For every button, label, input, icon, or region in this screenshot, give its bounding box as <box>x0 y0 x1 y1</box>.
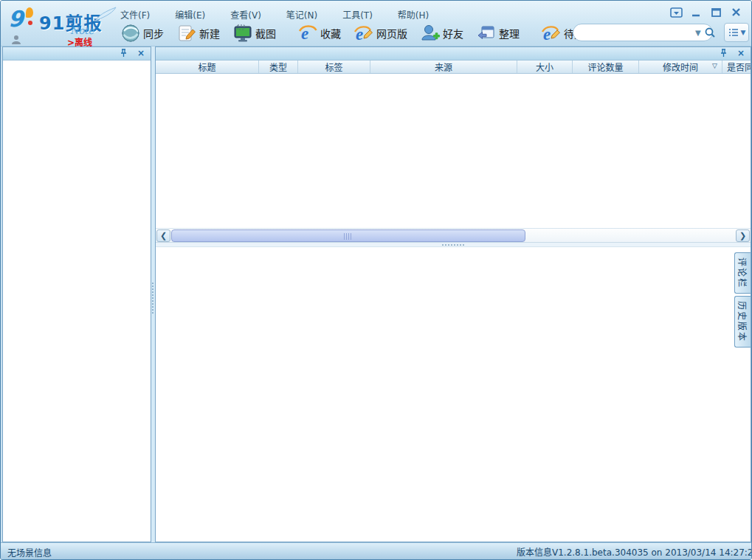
favorites-browser-icon: e <box>298 24 317 43</box>
column-modified-time-label: 修改时间 <box>663 61 698 73</box>
sync-label: 同步 <box>143 26 164 41</box>
tab-history[interactable]: 历史版本 <box>734 296 751 348</box>
column-size[interactable]: 大小 <box>517 61 573 73</box>
column-title[interactable]: 标题 <box>156 61 259 73</box>
logo-note-script: Note <box>70 25 94 36</box>
list-column-header: 标题 类型 标签 来源 大小 评论数量 修改时间 ▽ 是否同 <box>156 61 751 74</box>
column-type[interactable]: 类型 <box>259 61 298 73</box>
scene-panel-header: × <box>3 47 151 61</box>
new-note-label: 新建 <box>199 26 220 41</box>
new-note-icon <box>177 24 196 43</box>
menu-file[interactable]: 文件(F) <box>117 7 153 21</box>
screenshot-button[interactable]: 截图 <box>230 22 280 44</box>
friends-button[interactable]: 好友 <box>417 22 467 44</box>
search-input[interactable] <box>578 26 692 39</box>
topbar: 9 91剪报 Note >离线 文件(F) 编辑(E) 查看(V) 笔记(N) … <box>1 1 751 46</box>
organize-label: 整理 <box>499 26 520 41</box>
main-toolbar: 同步 新建 截图 e 收藏 e <box>117 22 588 44</box>
maximize-button[interactable] <box>709 7 722 18</box>
note-list-body <box>156 74 751 228</box>
close-panel-icon[interactable]: × <box>736 48 746 58</box>
splitter-grip <box>442 244 464 246</box>
app-window: 9 91剪报 Note >离线 文件(F) 编辑(E) 查看(V) 笔记(N) … <box>0 0 752 560</box>
screenshot-label: 截图 <box>255 26 276 41</box>
scroll-right-button[interactable]: ❯ <box>736 229 750 242</box>
scene-tree-area <box>3 61 151 542</box>
side-tabs: 评论栏 历史版本 <box>734 252 751 348</box>
friends-icon <box>421 24 440 43</box>
view-mode-dropdown-arrow-icon: ▼ <box>741 29 746 36</box>
close-button[interactable] <box>729 7 742 18</box>
close-panel-icon[interactable]: × <box>136 48 146 58</box>
favorites-button[interactable]: e 收藏 <box>294 22 345 44</box>
menu-tools[interactable]: 工具(T) <box>339 7 376 21</box>
menu-edit[interactable]: 编辑(E) <box>172 7 208 21</box>
column-comments[interactable]: 评论数量 <box>573 61 639 73</box>
scene-panel: × <box>2 46 151 542</box>
screenshot-monitor-icon <box>233 24 252 43</box>
note-preview-pane: 评论栏 历史版本 <box>156 247 751 542</box>
app-logo: 9 91剪报 Note >离线 <box>7 3 117 46</box>
horizontal-scrollbar[interactable]: ❮ ❯ <box>156 228 751 243</box>
pin-icon[interactable] <box>718 48 728 58</box>
note-list-panel-header: × <box>156 47 751 61</box>
scene-status-text: 无场景信息 <box>7 546 52 559</box>
organize-icon <box>477 24 496 43</box>
window-controls <box>669 7 742 18</box>
tab-comments[interactable]: 评论栏 <box>734 252 751 294</box>
scroll-left-button[interactable]: ❮ <box>156 229 170 242</box>
organize-button[interactable]: 整理 <box>473 22 523 44</box>
status-bar: 无场景信息 版本信息V1.2.8.1.beta.304035 on 2013/0… <box>1 542 751 559</box>
friends-label: 好友 <box>443 26 463 41</box>
web-version-button[interactable]: e 网页版 <box>351 22 411 44</box>
scrollbar-thumb[interactable] <box>171 229 525 242</box>
menu-note[interactable]: 笔记(N) <box>283 7 320 21</box>
web-version-label: 网页版 <box>376 26 407 41</box>
window-menu-button[interactable] <box>669 7 683 18</box>
scrollbar-grip-icon <box>344 233 353 240</box>
todo-icon: e <box>542 24 561 43</box>
logo-mark-9: 9 <box>8 6 24 32</box>
search-dropdown-arrow-icon[interactable]: ▼ <box>692 29 704 37</box>
sync-globe-icon <box>121 24 140 43</box>
note-list-panel: × 标题 类型 标签 来源 大小 评论数量 修改时间 ▽ 是否同 ❮ ❯ <box>155 46 751 542</box>
sync-button[interactable]: 同步 <box>117 22 168 44</box>
sort-arrow-icon[interactable]: ▽ <box>712 62 717 69</box>
menu-help[interactable]: 帮助(H) <box>395 7 432 21</box>
logo-red-dot-icon <box>28 21 32 25</box>
logo-orange-drop-icon <box>26 7 33 18</box>
minimize-button[interactable] <box>689 7 703 18</box>
new-note-button[interactable]: 新建 <box>173 22 224 44</box>
search-box: ▼ <box>573 24 713 41</box>
list-view-icon <box>728 27 739 38</box>
column-synced[interactable]: 是否同 <box>722 61 751 73</box>
favorites-label: 收藏 <box>320 26 341 41</box>
version-text: 版本信息V1.2.8.1.beta.304035 on 2013/03/14 1… <box>517 545 751 558</box>
splitter-grip <box>152 283 153 314</box>
pin-icon[interactable] <box>118 48 128 58</box>
web-version-icon: e <box>354 24 373 43</box>
column-source[interactable]: 来源 <box>370 61 517 73</box>
column-tags[interactable]: 标签 <box>298 61 370 73</box>
column-modified-time[interactable]: 修改时间 ▽ <box>639 61 722 73</box>
menu-view[interactable]: 查看(V) <box>227 7 264 21</box>
quill-feather-icon <box>94 6 117 25</box>
view-mode-button[interactable]: ▼ <box>724 23 749 42</box>
version-status: 版本信息V1.2.8.1.beta.304035 on 2013/03/14 1… <box>514 545 751 558</box>
menu-bar: 文件(F) 编辑(E) 查看(V) 笔记(N) 工具(T) 帮助(H) <box>117 7 432 21</box>
search-icon[interactable] <box>704 27 716 38</box>
